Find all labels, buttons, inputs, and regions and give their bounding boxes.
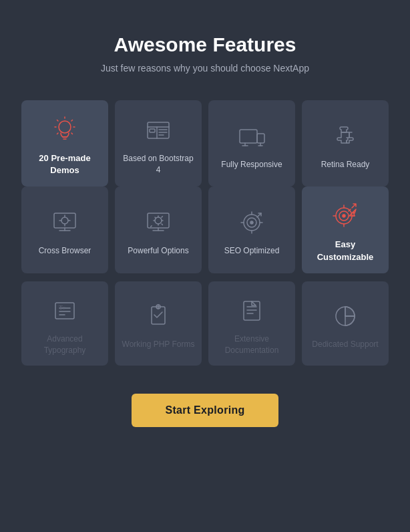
puzzle-icon bbox=[329, 120, 361, 152]
page-title: Awesome Features bbox=[101, 33, 309, 56]
document-icon bbox=[236, 295, 268, 327]
feature-customizable[interactable]: Easy Customizable bbox=[302, 186, 389, 273]
svg-rect-10 bbox=[148, 122, 169, 138]
gear-settings-icon bbox=[142, 207, 174, 239]
feature-bootstrap[interactable]: Based on Bootstrap 4 bbox=[115, 100, 202, 186]
page-header: Awesome Features Just few reasons why yo… bbox=[101, 33, 309, 74]
svg-line-42 bbox=[257, 213, 261, 217]
feature-seo-label: SEO Optimized bbox=[224, 245, 280, 257]
feature-retina[interactable]: Retina Ready bbox=[302, 100, 389, 186]
svg-rect-13 bbox=[150, 129, 155, 132]
features-row-2: Cross Browser Powerful Options bbox=[21, 186, 389, 273]
pie-chart-icon bbox=[329, 300, 361, 332]
target-icon bbox=[236, 207, 268, 239]
feature-seo[interactable]: SEO Optimized bbox=[208, 186, 295, 273]
feature-demos-label: 20 Pre-madeDemos bbox=[39, 152, 90, 176]
feature-cross-browser[interactable]: Cross Browser bbox=[21, 186, 108, 273]
svg-line-9 bbox=[57, 133, 59, 134]
explore-button[interactable]: Start Exploring bbox=[132, 394, 278, 427]
svg-rect-17 bbox=[240, 130, 257, 143]
feature-docs[interactable]: Extensive Documentation bbox=[208, 281, 295, 366]
forms-icon bbox=[142, 300, 174, 332]
svg-point-37 bbox=[250, 221, 253, 224]
feature-support-label: Dedicated Support bbox=[312, 339, 378, 350]
feature-support[interactable]: Dedicated Support bbox=[302, 281, 389, 366]
feature-docs-label: Extensive Documentation bbox=[215, 334, 288, 356]
svg-point-0 bbox=[59, 121, 71, 133]
svg-line-6 bbox=[71, 133, 73, 134]
lightbulb-icon bbox=[49, 114, 81, 146]
page-subtitle: Just few reasons why you should choose N… bbox=[101, 63, 309, 74]
feature-php-label: Working PHP Forms bbox=[122, 339, 195, 350]
svg-point-45 bbox=[343, 215, 345, 217]
feature-typography[interactable]: T T Advanced Typography bbox=[21, 281, 108, 366]
feature-powerful-label: Powerful Options bbox=[128, 245, 188, 257]
feature-typography-label: Advanced Typography bbox=[28, 334, 101, 356]
svg-rect-18 bbox=[257, 134, 264, 143]
monitor-settings-icon bbox=[49, 207, 81, 239]
svg-line-7 bbox=[57, 120, 59, 122]
feature-customizable-label: Easy Customizable bbox=[309, 239, 382, 263]
responsive-icon bbox=[236, 120, 268, 152]
features-row-1: 20 Pre-madeDemos Based on Bootstrap 4 bbox=[21, 100, 389, 186]
svg-point-26 bbox=[61, 217, 68, 224]
feature-powerful[interactable]: Powerful Options bbox=[115, 186, 202, 273]
feature-bootstrap-label: Based on Bootstrap 4 bbox=[122, 153, 195, 176]
features-row-3: T T Advanced Typography Working PHP Form… bbox=[21, 281, 389, 366]
typography-icon: T T bbox=[49, 295, 81, 327]
feature-retina-label: Retina Ready bbox=[321, 159, 370, 170]
svg-text:T: T bbox=[63, 306, 65, 310]
feature-cross-browser-label: Cross Browser bbox=[39, 245, 91, 257]
feature-responsive-label: Fully Responsive bbox=[221, 159, 282, 170]
feature-php[interactable]: Working PHP Forms bbox=[115, 281, 202, 366]
target-red-icon bbox=[329, 200, 361, 232]
svg-line-4 bbox=[71, 120, 73, 122]
feature-demos[interactable]: 20 Pre-madeDemos bbox=[21, 100, 108, 186]
feature-responsive[interactable]: Fully Responsive bbox=[208, 100, 295, 186]
browser-layout-icon bbox=[142, 114, 174, 146]
